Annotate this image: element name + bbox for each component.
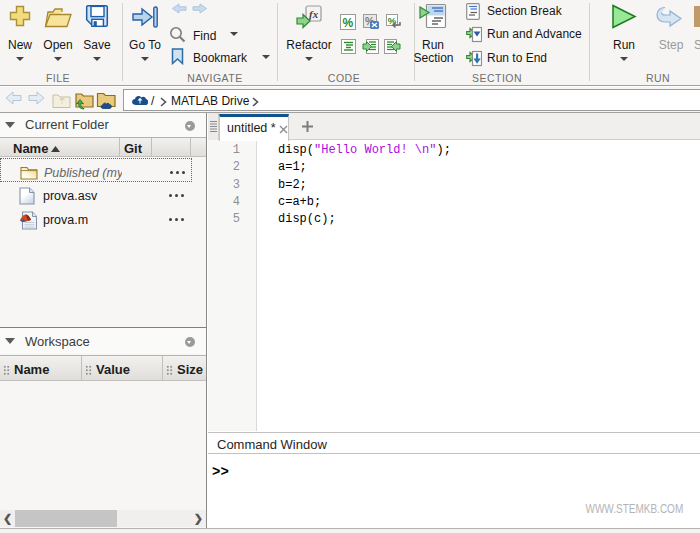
svg-text:%: % <box>343 16 354 30</box>
svg-text:fx: fx <box>309 8 319 20</box>
svg-text:%: % <box>388 15 397 26</box>
